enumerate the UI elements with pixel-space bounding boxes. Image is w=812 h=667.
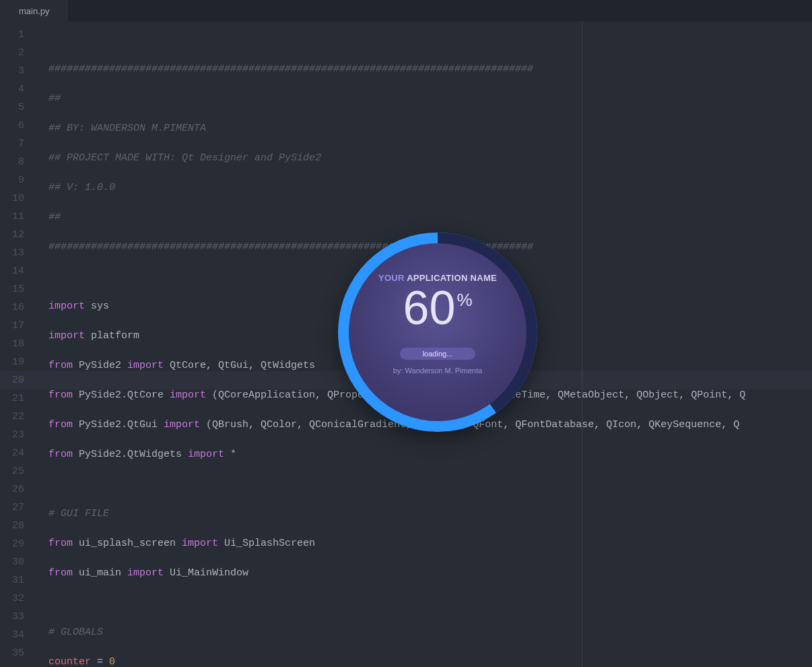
line-number: 8 (0, 153, 34, 171)
code-line: from PySide2.QtWidgets import * (48, 445, 812, 464)
line-number: 29 (0, 535, 34, 553)
line-number: 11 (0, 208, 34, 226)
line-number: 28 (0, 517, 34, 535)
line-number: 21 (0, 389, 34, 408)
line-number: 5 (0, 98, 34, 117)
splash-loading-label: loading... (400, 348, 476, 360)
line-number: 2 (0, 44, 34, 62)
line-number: 27 (0, 499, 34, 517)
line-number: 35 (0, 644, 34, 662)
line-number: 36 (0, 662, 34, 667)
line-number: 25 (0, 462, 34, 480)
line-number: 26 (0, 480, 34, 499)
splash-inner-circle: YOUR APPLICATION NAME 60% loading... by:… (349, 243, 527, 421)
line-number: 14 (0, 262, 34, 280)
line-number: 30 (0, 553, 34, 571)
tab-title: main.py (19, 6, 50, 16)
line-number: 3 (0, 62, 34, 80)
line-number: 34 (0, 626, 34, 644)
gutter: 1 2 3 4 5 6 7 8 9 10 11 12 13 14 15 16 1… (0, 22, 34, 667)
code-line (48, 594, 812, 612)
code-line: from ui_splash_screen import Ui_SplashSc… (48, 534, 812, 552)
line-number: 32 (0, 590, 34, 608)
ruler-88 (582, 22, 582, 667)
splash-author: by: Wanderson M. Pimenta (393, 367, 482, 375)
tab-bar: main.py (0, 0, 812, 22)
splash-screen: YOUR APPLICATION NAME 60% loading... by:… (338, 232, 537, 432)
line-number: 22 (0, 408, 34, 426)
line-number: 13 (0, 244, 34, 262)
code-line (48, 475, 812, 493)
code-line: ## BY: WANDERSON M.PIMENTA (48, 119, 812, 137)
line-number: 9 (0, 171, 34, 189)
code-line: ########################################… (48, 60, 812, 78)
line-number: 33 (0, 608, 34, 626)
line-number: 15 (0, 280, 34, 298)
line-number: 12 (0, 226, 34, 244)
line-number: 1 (0, 26, 34, 44)
line-number: 7 (0, 135, 34, 153)
line-number: 4 (0, 80, 34, 98)
splash-percentage: 60% (403, 284, 473, 331)
line-number: 10 (0, 189, 34, 208)
code-line: from ui_main import Ui_MainWindow (48, 564, 812, 582)
line-number: 23 (0, 426, 34, 444)
line-number: 19 (0, 353, 34, 371)
code-line: ## (48, 90, 812, 108)
line-number: 17 (0, 317, 34, 335)
code-line: counter = 0 (48, 653, 812, 667)
code-line: ## PROJECT MADE WITH: Qt Designer and Py… (48, 149, 812, 167)
code-line: # GLOBALS (48, 623, 812, 641)
tab-main-py[interactable]: main.py (0, 0, 69, 22)
code-line: ## V: 1.0.0 (48, 179, 812, 197)
line-number: 31 (0, 571, 34, 590)
line-number: 16 (0, 298, 34, 317)
line-number: 6 (0, 117, 34, 135)
code-line: # GUI FILE (48, 505, 812, 523)
line-number: 18 (0, 335, 34, 353)
line-number: 24 (0, 444, 34, 462)
code-line: ## (48, 208, 812, 226)
